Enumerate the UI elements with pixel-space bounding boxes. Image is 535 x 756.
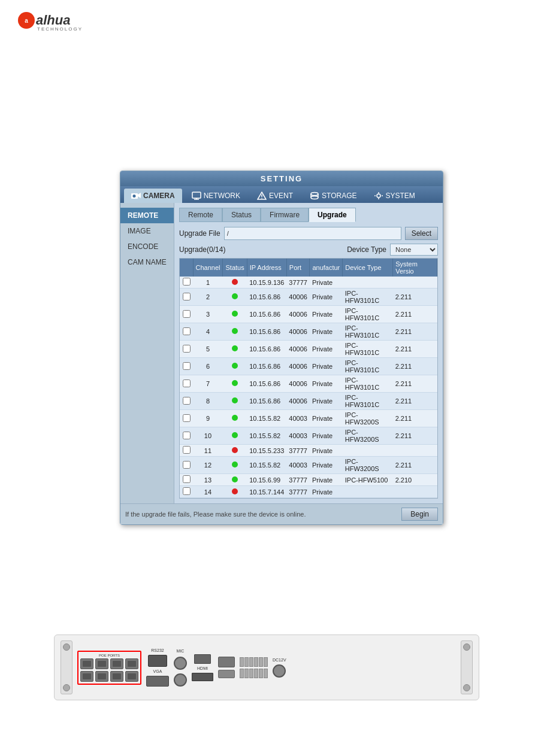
poe-label: POE PORTS	[80, 654, 138, 657]
row-checkbox[interactable]	[183, 461, 191, 469]
cell-channel: 13	[193, 474, 223, 486]
cell-dtype: IPC-HFW5100	[343, 474, 393, 486]
table-row: 810.15.6.8640006PrivateIPC-HFW3101C2.211	[180, 393, 437, 410]
terminal-3	[249, 657, 253, 667]
th-channel: Channel	[193, 259, 223, 277]
row-checkbox[interactable]	[183, 397, 191, 405]
cell-sver: 2.211	[393, 341, 437, 358]
cell-ip: 10.15.6.86	[247, 306, 286, 323]
device-type-select[interactable]: None IPC DVR NVR	[390, 244, 438, 256]
cell-mfr: Private	[310, 323, 343, 341]
row-checkbox[interactable]	[183, 475, 191, 483]
cell-dtype: IPC-HFW3101C	[343, 289, 393, 306]
terminal-row-2	[240, 669, 268, 678]
status-dot	[232, 328, 238, 334]
cell-dtype: IPC-HFW3101C	[343, 393, 393, 410]
tab-network[interactable]: NETWORK	[185, 189, 247, 203]
device-type-label: Device Type	[347, 245, 386, 254]
cell-port: 40006	[286, 358, 310, 375]
status-dot	[232, 293, 238, 299]
sidebar-item-image[interactable]: IMAGE	[120, 223, 174, 239]
cell-port: 40006	[286, 323, 310, 341]
svg-point-8	[261, 198, 262, 199]
cell-status	[223, 445, 247, 457]
select-button[interactable]: Select	[405, 227, 438, 240]
cell-ip: 10.15.6.86	[247, 323, 286, 341]
status-dot	[232, 488, 238, 494]
cell-mfr: Private	[310, 306, 343, 323]
logo-sub: TECHNOLOGY	[37, 26, 83, 32]
left-mount	[61, 640, 72, 694]
th-mfr: anufactur	[310, 259, 343, 277]
cell-ip: 10.15.5.233	[247, 445, 286, 457]
tab-storage[interactable]: STORAGE	[303, 189, 364, 203]
table-header-row: Channel Status IP Address Port anufactur…	[180, 259, 437, 277]
sidebar-item-encode[interactable]: ENCODE	[120, 239, 174, 254]
cell-port: 40003	[286, 410, 310, 427]
tab-camera[interactable]: CAMERA	[124, 189, 182, 203]
row-checkbox[interactable]	[183, 293, 191, 300]
vga-label: VGA	[153, 669, 162, 673]
cell-channel: 2	[193, 289, 223, 306]
table-row: 110.15.9.13637777Private	[180, 277, 437, 289]
table-body: 110.15.9.13637777Private210.15.6.8640006…	[180, 277, 437, 498]
cell-sver: 2.211	[393, 289, 437, 306]
cell-status	[223, 457, 247, 474]
cell-channel: 1	[193, 277, 223, 289]
terminal-8	[244, 669, 249, 678]
cell-status	[223, 358, 247, 375]
cell-dtype: IPC-HFW3101C	[343, 358, 393, 375]
tab-camera-label: CAMERA	[143, 192, 175, 200]
cell-ip: 10.15.6.86	[247, 358, 286, 375]
row-checkbox[interactable]	[183, 414, 191, 422]
cell-channel: 9	[193, 410, 223, 427]
upgrade-file-input[interactable]	[224, 227, 401, 240]
screw-bottom-right	[463, 684, 470, 691]
cell-sver: 2.211	[393, 427, 437, 445]
status-dot	[232, 380, 238, 386]
cell-channel: 10	[193, 427, 223, 445]
row-checkbox[interactable]	[183, 327, 191, 335]
cell-ip: 10.15.6.86	[247, 393, 286, 410]
sidebar-item-camname[interactable]: CAM NAME	[120, 254, 174, 270]
cell-mfr: Private	[310, 358, 343, 375]
dialog-body: REMOTE IMAGE ENCODE CAM NAME Remote Stat…	[120, 203, 443, 503]
row-checkbox[interactable]	[183, 310, 191, 318]
row-checkbox[interactable]	[183, 345, 191, 353]
main-content: Remote Status Firmware Upgrade Upgrade F…	[174, 203, 443, 503]
poe-ports-grid	[80, 658, 138, 682]
begin-button[interactable]: Begin	[401, 508, 438, 521]
row-checkbox[interactable]	[183, 487, 191, 495]
tab-event[interactable]: EVENT	[250, 189, 300, 203]
upgrade-table: Channel Status IP Address Port anufactur…	[180, 259, 437, 498]
cell-status	[223, 474, 247, 486]
poe-port-6	[95, 671, 108, 682]
subtab-upgrade[interactable]: Upgrade	[309, 208, 356, 222]
left-sidebar: REMOTE IMAGE ENCODE CAM NAME	[120, 203, 174, 503]
sidebar-item-remote[interactable]: REMOTE	[120, 208, 174, 223]
status-dot	[232, 415, 238, 421]
cell-status	[223, 375, 247, 393]
logo-area: a alhua TECHNOLOGY	[18, 12, 83, 32]
cell-channel: 5	[193, 341, 223, 358]
cell-sver: 2.211	[393, 410, 437, 427]
tab-system[interactable]: SYSTEM	[367, 189, 422, 203]
cell-port: 40003	[286, 457, 310, 474]
upgrade-file-label: Upgrade File	[179, 229, 220, 238]
row-checkbox[interactable]	[183, 432, 191, 439]
subtab-firmware[interactable]: Firmware	[261, 208, 309, 222]
terminal-section	[240, 657, 268, 678]
subtab-status[interactable]: Status	[222, 208, 261, 222]
status-dot	[232, 447, 238, 453]
row-checkbox[interactable]	[183, 278, 191, 286]
subtab-remote[interactable]: Remote	[179, 208, 222, 222]
cell-status	[223, 410, 247, 427]
row-checkbox[interactable]	[183, 362, 191, 370]
row-checkbox[interactable]	[183, 446, 191, 454]
cell-port: 40006	[286, 306, 310, 323]
network-esata-section	[218, 657, 235, 678]
power-section: DC12V	[273, 658, 286, 678]
row-checkbox[interactable]	[183, 379, 191, 387]
terminal-5	[259, 657, 263, 667]
power-port	[273, 664, 286, 678]
